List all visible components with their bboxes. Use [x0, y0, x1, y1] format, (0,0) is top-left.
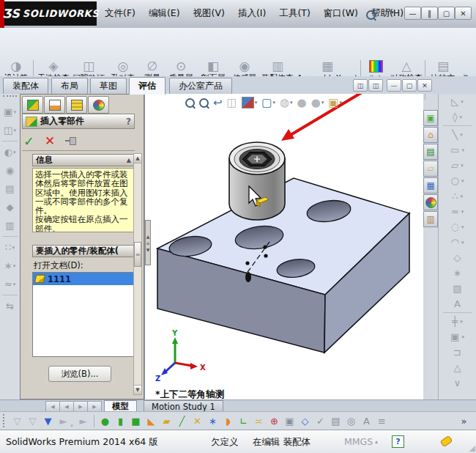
- filter-surface-bodies-button[interactable]: ◣: [144, 414, 158, 428]
- solidworks-resources-tab[interactable]: ⌂: [423, 127, 438, 143]
- component-pattern-tool-button[interactable]: ∷▾: [0, 238, 20, 257]
- menu-window[interactable]: 窗口(W): [317, 5, 365, 23]
- filter-notes-button[interactable]: ▤: [329, 414, 343, 428]
- show-hidden-components-tool-button[interactable]: ▤: [0, 180, 20, 198]
- panel-scrollbar[interactable]: ▲ ≡ ▼: [133, 153, 142, 395]
- filter-hatch-button[interactable]: ≡: [375, 414, 389, 428]
- maximize-button[interactable]: ▢: [438, 7, 455, 20]
- filter-vertices-button[interactable]: ●: [98, 414, 112, 428]
- previous-view-button[interactable]: ↩: [213, 96, 223, 109]
- document-close-button[interactable]: ✕: [417, 79, 432, 92]
- scroll-thumb[interactable]: ≡: [134, 242, 141, 267]
- filter-centerline-button[interactable]: ⊕: [267, 414, 281, 428]
- spline-tool-button[interactable]: ≈▾: [439, 204, 476, 219]
- insert-component-tool-button[interactable]: ▣▾: [0, 103, 20, 121]
- graphics-viewport[interactable]: ↩ ◫ ▾ ▢▾ ◍▾ ● ●▾ ▣▾: [144, 94, 423, 399]
- insert-section-header[interactable]: 要插入的零件/装配体(: [32, 245, 135, 257]
- move-component-tool-button[interactable]: ◉: [0, 161, 20, 180]
- convert-entities-button[interactable]: ▣▾: [439, 329, 476, 345]
- quick-tips-button[interactable]: ?: [392, 435, 404, 448]
- inserted-component-cylinder[interactable]: [229, 142, 285, 220]
- filter-solid-bodies-button[interactable]: ▰: [160, 414, 174, 428]
- zoom-fit-button[interactable]: [185, 98, 195, 108]
- model-tab[interactable]: 模型: [104, 400, 137, 412]
- curve-tool-button[interactable]: ≈▾: [0, 275, 20, 293]
- slot-tool-button[interactable]: ▱▾: [439, 158, 476, 173]
- filter-geometric-tolerance-button[interactable]: ✓: [313, 414, 327, 428]
- view-settings-button[interactable]: ▣▾: [328, 96, 342, 109]
- close-button[interactable]: ✕: [455, 7, 472, 20]
- nav-previous-button[interactable]: ◀: [59, 401, 74, 412]
- filter-toggle-button[interactable]: ▽: [10, 414, 24, 428]
- panel-help-icon[interactable]: ?: [126, 117, 131, 127]
- fillet-tool-button[interactable]: ◠▾: [439, 235, 476, 250]
- open-documents-listbox[interactable]: 1111: [32, 272, 135, 357]
- model-3d-scene[interactable]: Y X Z: [145, 94, 424, 399]
- filter-midpoints-button[interactable]: ∟: [237, 414, 250, 428]
- section-view-button[interactable]: ◫: [227, 96, 237, 109]
- tab-evaluate[interactable]: 评估: [129, 77, 166, 95]
- split-view-left-button[interactable]: ◫: [353, 79, 368, 92]
- edit-appearance-button[interactable]: ●: [297, 96, 307, 109]
- tab-displaymanager[interactable]: [88, 96, 109, 114]
- mirror-entities-button[interactable]: △: [439, 360, 476, 375]
- rectangle-tool-button[interactable]: ▭▾: [439, 142, 476, 158]
- motion-study-tab[interactable]: Motion Study 1: [144, 400, 223, 412]
- browse-button[interactable]: 浏览(B)...: [48, 366, 111, 382]
- filter-edges-button[interactable]: ▮: [114, 414, 127, 428]
- rotate-component-tool-button[interactable]: ◐▾: [0, 143, 20, 161]
- view-palette-tab[interactable]: ▦: [423, 177, 438, 194]
- tab-featuremanager[interactable]: [22, 96, 43, 114]
- filter-surface-finish-button[interactable]: ◇: [298, 414, 312, 428]
- display-style-button[interactable]: ▢▾: [261, 96, 275, 109]
- smart-dimension-button[interactable]: ◊▾: [439, 109, 476, 125]
- tab-assembly[interactable]: 装配体: [3, 78, 48, 94]
- zoom-area-button[interactable]: [199, 98, 209, 108]
- arc-tool-button[interactable]: ∴▾: [439, 188, 476, 204]
- scroll-down-button[interactable]: ▼: [134, 385, 141, 394]
- clear-filters-button[interactable]: ▽: [26, 414, 40, 428]
- design-library-tab[interactable]: ▤: [423, 144, 438, 160]
- tag-icon[interactable]: [439, 435, 453, 448]
- units-selector[interactable]: MMGS: [344, 436, 373, 447]
- toolbar-drag-handle[interactable]: [3, 95, 17, 101]
- appearances-scenes-tab[interactable]: [423, 194, 438, 210]
- mate-tool-button[interactable]: ◫▾: [0, 121, 20, 139]
- menu-tools[interactable]: 工具(T): [272, 5, 316, 23]
- reference-geometry-tool-button[interactable]: ▥: [0, 216, 20, 235]
- offset-entities-button[interactable]: ⊐: [439, 345, 476, 360]
- nav-last-button[interactable]: ▶: [87, 401, 102, 412]
- tab-sketch[interactable]: 草图: [90, 78, 127, 94]
- panel-splitter-handle[interactable]: ▲ ≡ ▼: [145, 220, 151, 265]
- filter-planes-button[interactable]: ✕: [190, 414, 204, 428]
- apply-scene-button[interactable]: ●▾: [311, 96, 324, 109]
- scroll-up-button[interactable]: ▲: [134, 154, 141, 163]
- filter-dimensions-button[interactable]: ▣: [283, 414, 297, 428]
- custom-properties-tab[interactable]: ▥: [423, 211, 438, 227]
- tab-propertymanager[interactable]: [44, 96, 65, 114]
- menu-file[interactable]: 文件(F): [98, 5, 142, 23]
- select-with-filter-button[interactable]: ►: [76, 414, 90, 428]
- nav-first-button[interactable]: ◀: [45, 401, 60, 412]
- filter-axes-button[interactable]: ╱: [175, 414, 189, 428]
- filter-annotations-button[interactable]: A: [360, 414, 373, 428]
- text-tool-button[interactable]: A: [439, 296, 476, 312]
- toolbar-overflow-button[interactable]: »: [457, 414, 471, 428]
- tab-configurationmanager[interactable]: [66, 96, 87, 114]
- document-restore-button[interactable]: ▢: [402, 79, 417, 92]
- smart-fasteners-tool-button[interactable]: ∗▾: [0, 257, 20, 275]
- pin-button[interactable]: [65, 137, 77, 144]
- ok-button[interactable]: ✓: [23, 133, 34, 149]
- circle-tool-button[interactable]: ○▾: [439, 173, 476, 188]
- cascade-button[interactable]: ‖: [421, 7, 438, 20]
- view-orientation-button[interactable]: ▾: [242, 97, 258, 108]
- search-icon[interactable]: [366, 9, 376, 23]
- trim-entities-button[interactable]: ╪▾: [439, 314, 476, 329]
- filter-faces-button[interactable]: ■: [129, 414, 143, 428]
- filter-datums-button[interactable]: ◎: [344, 414, 358, 428]
- filter-sketch-segments-button[interactable]: ◗: [221, 414, 235, 428]
- document-minimize-button[interactable]: —: [387, 79, 401, 92]
- menu-edit[interactable]: 编辑(E): [142, 5, 187, 23]
- cancel-button[interactable]: ✕: [45, 133, 55, 148]
- hide-show-items-button[interactable]: ◍▾: [280, 96, 293, 109]
